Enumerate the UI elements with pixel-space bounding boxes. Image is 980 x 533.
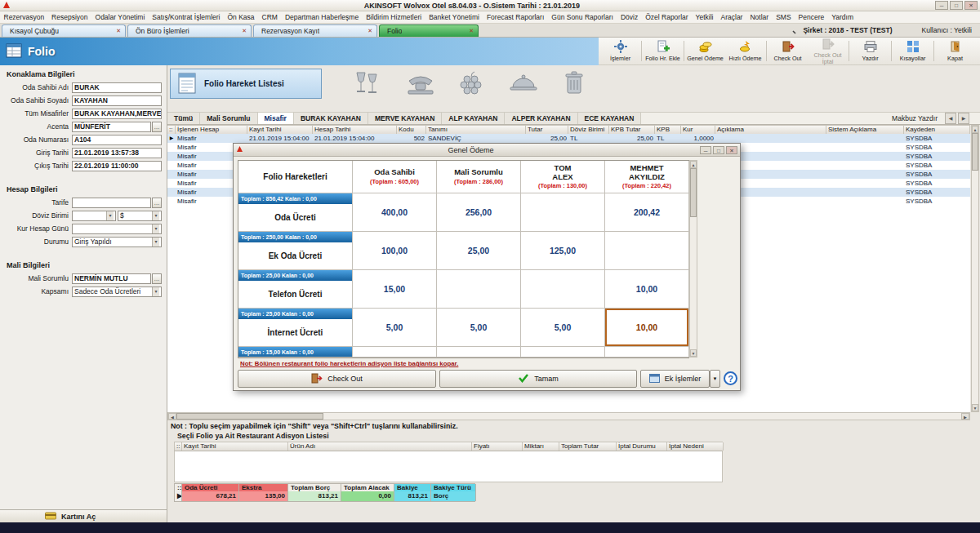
trash-icon[interactable] (556, 69, 592, 97)
oda-sahibi-adi-input[interactable]: BURAK (72, 82, 162, 93)
dialog-titlebar[interactable]: Genel Ödeme ─ □ ✕ (234, 144, 740, 157)
menu-item-yard-m[interactable]: Yardım (828, 11, 858, 24)
scroll-up-icon[interactable]: ▲ (690, 161, 697, 168)
scroll-right-icon[interactable]: ▶ (961, 413, 969, 420)
menu-item-bildirim-hizmetleri[interactable]: Bildirim Hizmetleri (363, 11, 425, 24)
minimize-icon[interactable]: ─ (700, 146, 711, 154)
scroll-left-icon[interactable]: ◀ (168, 413, 176, 420)
menu-item-d-viz[interactable]: Döviz (617, 11, 641, 24)
restaurant-header-cell-toplam-tutar[interactable]: Toplam Tutar (559, 442, 617, 451)
table-header-cell-hesap-tarihi[interactable]: Hesap Tarihi (313, 126, 397, 134)
scrollbar-thumb[interactable] (972, 133, 978, 171)
ek-islemler-dropdown-button[interactable]: ▼ (710, 370, 720, 388)
table-header-cell-kpb-tutar[interactable]: KPB Tutar (609, 126, 655, 134)
tab-close-icon[interactable]: ✕ (469, 28, 474, 34)
guest-tab-ece-kayahan[interactable]: ECE KAYAHAN (578, 113, 642, 124)
table-header-cell-kpb[interactable]: KPB (655, 126, 681, 134)
dialog-tamam-button[interactable]: Tamam (439, 370, 637, 388)
giris-tarihi-input[interactable]: 21.01.2019 13:57:38 (72, 148, 162, 158)
tarife-browse-button[interactable]: … (152, 198, 162, 208)
scrollbar-thumb[interactable] (690, 168, 697, 217)
payment-value-cell[interactable] (605, 232, 689, 270)
scroll-up-icon[interactable]: ▲ (972, 126, 978, 133)
menu-item-resepsiyon[interactable]: Resepsiyon (48, 11, 91, 24)
menu-item-ara-lar[interactable]: Araçlar (717, 11, 746, 24)
payment-value-cell[interactable]: 400,00 (353, 193, 437, 232)
mali-sorumlu-input[interactable]: NERMİN MUTLU (72, 273, 151, 284)
tab-close-icon[interactable]: ✕ (368, 28, 372, 34)
menu-item-banket-y-netimi[interactable]: Banket Yönetimi (425, 11, 483, 24)
payment-value-cell[interactable]: 200,42 (605, 193, 689, 232)
tab-scroll-right-icon[interactable]: ▶ (958, 113, 969, 124)
yazdir-button[interactable]: Yazdır (850, 38, 890, 64)
bar-icon[interactable] (349, 69, 385, 97)
folio-hr-ekle-button[interactable]: Folio Hr. Ekle (643, 38, 683, 64)
payment-value-cell[interactable]: 5,00 (353, 309, 437, 347)
menu-item-sms[interactable]: SMS (773, 11, 795, 24)
kapat-button[interactable]: Kapat (935, 38, 975, 64)
genel-odeme-button[interactable]: Genel Ödeme (685, 38, 725, 64)
makbuz-yazdir-button[interactable]: Makbuz Yazdır (885, 113, 944, 124)
payment-value-cell[interactable] (521, 193, 605, 232)
table-header-cell-kaydeden[interactable]: Kaydeden (904, 126, 970, 134)
search-icon[interactable] (786, 24, 796, 36)
payment-value-cell[interactable]: 100,00 (353, 232, 437, 270)
guest-tab-t-m[interactable]: Tümü (167, 113, 200, 124)
acenta-browse-button[interactable]: … (152, 122, 162, 132)
room-service-icon[interactable] (506, 69, 541, 97)
doviz-kur-select[interactable]: $ ▾ (118, 211, 162, 221)
payment-value-cell[interactable]: 15,00 (353, 270, 437, 309)
restaurant-header-selector[interactable]: :: (175, 442, 182, 451)
menu-item-n-kasa[interactable]: Ön Kasa (224, 11, 258, 24)
guest-tab-misafir[interactable]: Misafir (258, 113, 294, 124)
payment-value-cell[interactable] (437, 270, 521, 309)
scrollbar-thumb[interactable] (176, 413, 323, 420)
restaurant-header-cell-i-ptal-durumu[interactable]: İptal Durumu (617, 442, 667, 451)
minimize-icon[interactable]: ─ (935, 1, 948, 10)
horizontal-scrollbar[interactable]: ◀ ▶ (167, 412, 970, 420)
table-header-selector[interactable]: :: (167, 126, 176, 134)
tab-scroll-left-icon[interactable]: ◀ (945, 113, 956, 124)
table-header-cell-tutar[interactable]: Tutar (526, 126, 568, 134)
minibar-icon[interactable] (453, 69, 489, 97)
telephone-icon[interactable] (403, 69, 439, 97)
table-header-cell-a-klama[interactable]: Açıklama (715, 126, 826, 134)
oda-numarasi-input[interactable]: A104 (72, 135, 162, 145)
kisayollar-button[interactable]: Kısayollar (893, 38, 933, 64)
menu-item-pencere[interactable]: Pencere (795, 11, 828, 24)
tarife-input[interactable] (72, 198, 151, 208)
maximize-icon[interactable]: □ (713, 146, 724, 154)
restaurant-header-cell-miktar[interactable]: Miktarı (523, 442, 559, 451)
kur-hesap-gunu-select[interactable]: ▾ (72, 224, 162, 234)
maximize-icon[interactable]: □ (950, 1, 963, 10)
menu-item-forecast-raporlar[interactable]: Forecast Raporları (483, 11, 547, 24)
hizli-odeme-button[interactable]: Hızlı Ödeme (725, 38, 765, 64)
restaurant-header-cell-r-n-ad[interactable]: Ürün Adı (288, 442, 472, 451)
table-header-cell-kay-t-tarihi[interactable]: Kayıt Tarihi (247, 126, 313, 134)
window-tab-k-sayol-ubu-u[interactable]: Kısayol Çubuğu✕ (2, 24, 126, 37)
menu-item-odalar-y-netimi[interactable]: Odalar Yönetimi (91, 11, 149, 24)
payment-value-cell[interactable]: 125,00 (521, 232, 605, 270)
kapsami-select[interactable]: Sadece Oda Ücretleri ▾ (72, 286, 162, 297)
scroll-down-icon[interactable]: ▼ (690, 349, 697, 357)
menu-item-crm[interactable]: CRM (258, 11, 281, 24)
table-header-cell-i-lenen-hesap[interactable]: İşlenen Hesap (176, 126, 247, 134)
help-button[interactable]: ? (724, 371, 737, 385)
payment-value-cell[interactable]: 5,00 (521, 309, 605, 347)
menu-item-notlar[interactable]: Notlar (746, 11, 773, 24)
folio-hareket-listesi-button[interactable]: Folio Hareket Listesi (170, 69, 322, 99)
guest-tab-burak-kayahan[interactable]: BURAK KAYAHAN (294, 113, 368, 124)
dialog-vertical-scrollbar[interactable]: ▲ ▼ (689, 160, 697, 358)
guest-tab-alp-kayahan[interactable]: ALP KAYAHAN (442, 113, 505, 124)
cikis-tarihi-input[interactable]: 22.01.2019 11:00:00 (72, 161, 162, 171)
table-row[interactable]: ▶Misafir21.01.2019 15:04:0021.01.2019 15… (167, 134, 970, 143)
menu-item-yetkili[interactable]: Yetkili (692, 11, 717, 24)
window-tab-n-b-ro-i-lemleri[interactable]: Ön Büro İşlemleri✕ (127, 24, 252, 37)
payment-value-cell[interactable]: 10,00 (605, 309, 689, 347)
menu-item-g-n-sonu-raporlar[interactable]: Gün Sonu Raporları (548, 11, 617, 24)
restaurant-header-cell-fiyat[interactable]: Fiyatı (472, 442, 523, 451)
table-header-cell-d-viz-birimi[interactable]: Döviz Birimi (568, 126, 609, 134)
table-header-cell-kodu[interactable]: Kodu (397, 126, 426, 134)
restaurant-header-cell-kay-t-tarihi[interactable]: Kayıt Tarihi (182, 442, 288, 451)
payment-value-cell[interactable]: 25,00 (437, 232, 521, 270)
